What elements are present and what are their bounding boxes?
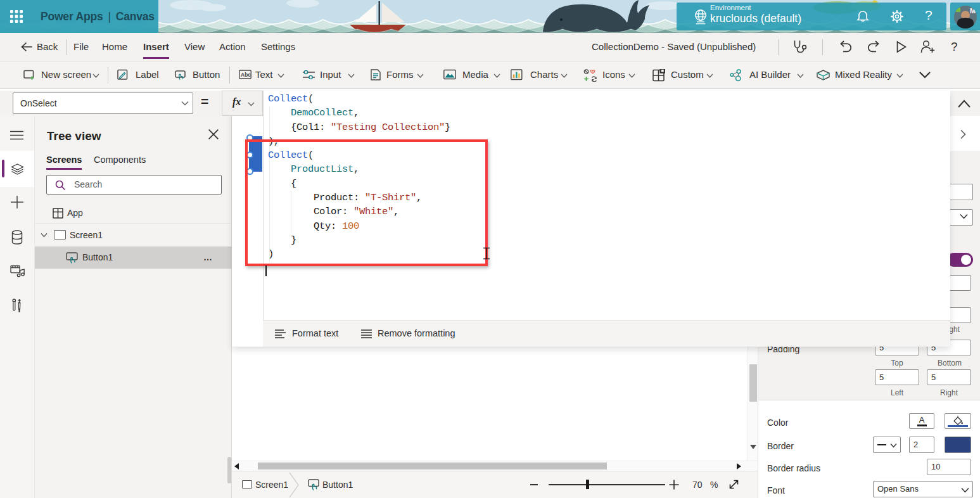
svg-text:Abc: Abc bbox=[241, 72, 251, 78]
